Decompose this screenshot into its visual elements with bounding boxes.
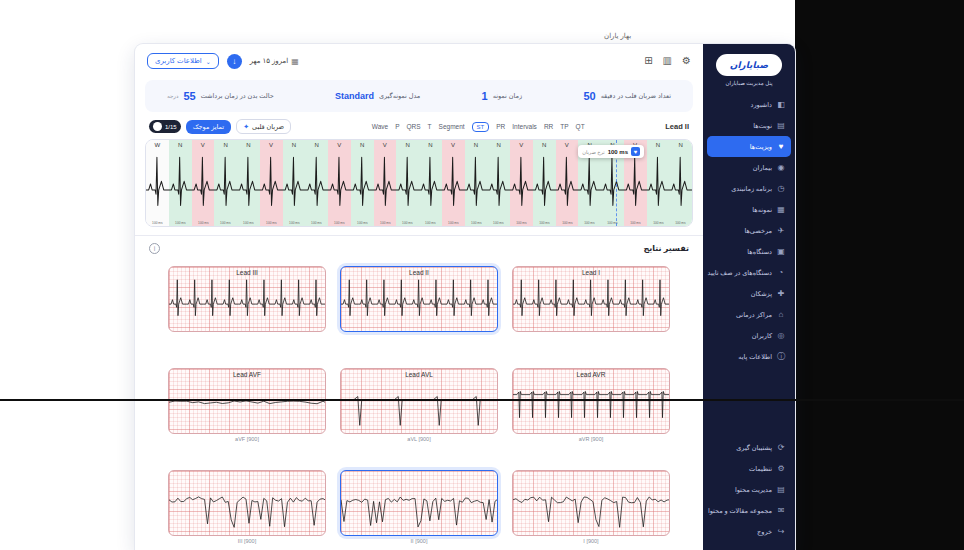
sidebar-item-label: بیماران [753,164,772,172]
schedule-icon: ◷ [776,184,786,193]
ecg-card-chart[interactable]: Lead AVR [512,368,670,434]
ecg-waveform [169,369,325,433]
info-icon[interactable]: i [149,243,160,254]
ecg-card-chart[interactable] [168,470,326,536]
ecg-strip[interactable]: ♥ 100 ms نرخ ضربان W100 msN100 msV100 ms… [145,139,693,227]
apps-grid-icon[interactable]: ⊞ [644,56,652,66]
ecg-card-rhythm-8[interactable]: III [900] [168,470,326,546]
calendar-icon: ▦ [291,57,299,66]
sidebar-item-settings[interactable]: ⚙تنظیمات [707,458,791,479]
main-area: ⊞▥⚙ ▦ امروز ۱۵ مهر ↓ ⌄ اطلاعات کاربری تع… [135,44,703,550]
sidebar-item-visits[interactable]: ♥ویزیت‌ها [707,136,791,157]
ecg-waveform [169,471,325,535]
ecg-card-lead-avl[interactable]: Lead AVLaVL [900] [340,368,498,444]
ecg-card-chart[interactable]: Lead AVL [340,368,498,434]
ecg-card-lead-avr[interactable]: Lead AVRaVR [900] [512,368,670,444]
wavelet-button[interactable]: تمایز موجک [186,120,231,134]
stat-label: زمان نمونه [493,92,522,100]
ecg-card-rhythm-7[interactable]: II [900] [340,470,498,546]
date-picker[interactable]: ▦ امروز ۱۵ مهر [250,57,299,66]
stat-value: 55 [183,90,195,102]
ecg-card-lead-i[interactable]: Lead I [512,266,670,342]
wave-label-rr: RR [544,123,553,130]
sidebar-item-label: دستگاه‌ها [747,248,772,256]
stat-label: تعداد ضربان قلب در دقیقه [601,92,671,100]
sidebar-item-label: نمونه‌ها [752,206,772,214]
sidebar-item-content[interactable]: ▤مدیریت محتوا [707,479,791,500]
user-info-button[interactable]: ⌄ اطلاعات کاربری [147,53,219,69]
tooltip-label: نرخ ضربان [582,149,604,155]
wave-label-segment: Segment [439,123,465,130]
sidebar-item-articles[interactable]: ✉مجموعه مقالات و محتوا [707,500,791,521]
gear-icon[interactable]: ⚙ [682,56,691,66]
ecg-card-chart[interactable] [512,470,670,536]
base-info-icon: ⓘ [776,351,786,362]
sidebar-item-label: مرخصی‌ها [744,227,772,235]
ecg-waveform [169,267,325,331]
ecg-waveform [341,267,497,331]
wave-label-tp: TP [560,123,568,130]
scale-toggle[interactable]: 1/15 [149,120,181,133]
stats-bar: تعداد ضربان قلب در دقیقه50زمان نمونه1مدل… [145,80,693,112]
ecg-card-chart[interactable]: Lead III [168,266,326,332]
patients-icon: ◉ [776,163,786,172]
card-title: Lead III [169,269,325,276]
stat-value: Standard [335,91,374,101]
results-header: تفسیر نتایج i [135,236,703,258]
sidebar-item-dashboard[interactable]: ◧داشبورد [707,94,791,115]
notebook-icon[interactable]: ▥ [663,56,672,66]
sidebar-item-devices[interactable]: ▣دستگاه‌ها [707,241,791,262]
sidebar-item-label: نوبت‌ها [753,122,772,130]
dashboard-icon: ◧ [776,100,786,109]
sidebar-item-centers[interactable]: ⌂مراکز درمانی [707,304,791,325]
wave-label-qt: QT [576,123,585,130]
wave-label-wave: Wave [372,123,388,130]
sidebar-subtitle: پنل مدیریت صبایاران [703,80,795,86]
users-icon: ◎ [776,331,786,340]
ecg-card-lead-iii[interactable]: Lead III [168,266,326,342]
sidebar-item-samples[interactable]: ▦نمونه‌ها [707,199,791,220]
appointments-icon: ▤ [776,121,786,130]
sidebar-item-appointments[interactable]: ▤نوبت‌ها [707,115,791,136]
content-icon: ▤ [776,485,786,494]
sidebar-item-users[interactable]: ◎کاربران [707,325,791,346]
stat-label: حالت بدن در زمان برداشت [201,92,274,100]
sidebar-item-patients[interactable]: ◉بیماران [707,157,791,178]
results-title: تفسیر نتایج [644,244,689,253]
sidebar-item-pending-devices[interactable]: ◔دستگاه‌های در صف تایید [707,262,791,283]
ecg-card-lead-ii[interactable]: Lead II [340,266,498,342]
ecg-card-lead-avf[interactable]: Lead AVFaVF [900] [168,368,326,444]
ecg-card-rhythm-6[interactable]: I [900] [512,470,670,546]
ecg-card-chart[interactable]: Lead II [340,266,498,332]
toolbar: ⊞▥⚙ ▦ امروز ۱۵ مهر ↓ ⌄ اطلاعات کاربری [135,44,703,78]
ecg-waveform [513,267,669,331]
pulse-icon: ♥ [631,147,640,156]
sidebar-nav-bottom: ⟳پشتیبان گیری⚙تنظیمات▤مدیریت محتوا✉مجموع… [703,437,795,550]
wave-label-qrs: QRS [406,123,420,130]
chevron-down-icon: ⌄ [206,58,211,65]
sidebar-item-base-info[interactable]: ⓘاطلاعات پایه [707,346,791,367]
sidebar-item-leaves[interactable]: ✈مرخصی‌ها [707,220,791,241]
ecg-waveform [341,369,497,433]
sidebar-item-label: دستگاه‌های در صف تایید [708,269,772,277]
download-button[interactable]: ↓ [227,54,242,69]
stat-2: مدل نمونه‌گیریStandard [335,91,420,101]
results-grid: Lead ILead IILead IIILead AVRaVR [900]Le… [135,258,703,546]
wave-label-st[interactable]: ST [472,122,490,132]
logout-icon: ↪ [776,527,786,536]
ecg-card-chart[interactable]: Lead AVF [168,368,326,434]
settings-icon: ⚙ [776,464,786,473]
devices-icon: ▣ [776,247,786,256]
lead-label: Lead II [665,122,689,131]
ecg-card-chart[interactable]: Lead I [512,266,670,332]
card-bottom-label: II [900] [411,538,428,546]
sidebar-item-logout[interactable]: ↪خروج [707,521,791,542]
sidebar-item-doctors[interactable]: ✚پزشکان [707,283,791,304]
doctors-icon: ✚ [776,289,786,298]
sidebar-item-backup[interactable]: ⟳پشتیبان گیری [707,437,791,458]
pending-devices-icon: ◔ [776,268,786,277]
heartbeat-button[interactable]: ✦ ضربان قلبی [236,119,291,134]
logo[interactable]: صبایاران [716,54,782,76]
ecg-card-chart[interactable] [340,470,498,536]
sidebar-item-schedule[interactable]: ◷برنامه زمانبندی [707,178,791,199]
